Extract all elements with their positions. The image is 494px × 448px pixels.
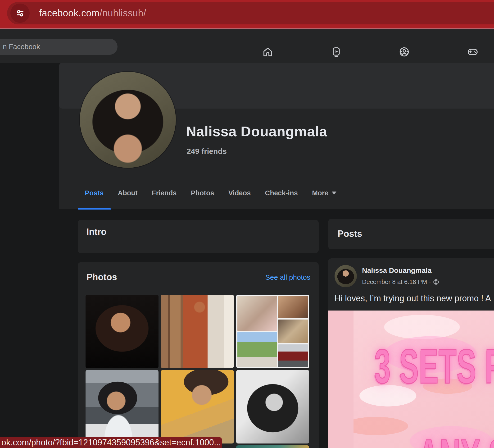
collage-car — [278, 345, 308, 367]
tab-more[interactable]: More — [305, 176, 344, 210]
photo-tile[interactable] — [236, 445, 309, 448]
photo-tile[interactable] — [161, 295, 234, 368]
intro-card: Intro — [78, 220, 319, 253]
intro-title: Intro — [86, 227, 106, 237]
page-title: Nalissa Douangmala — [186, 123, 327, 140]
photos-card: Photos See all photos — [78, 262, 319, 448]
post-text: Hi loves, I’m trying out this new promo … — [334, 294, 494, 303]
profile-avatar[interactable] — [80, 72, 176, 168]
groups-icon[interactable] — [398, 46, 410, 58]
photo-grid — [86, 295, 309, 448]
tab-friends[interactable]: Friends — [145, 176, 184, 210]
post-image-border — [328, 310, 354, 448]
promo-text-line1: 3 SETS F — [374, 342, 494, 390]
url-text[interactable]: facebook.com/nuhlissuh/ — [39, 2, 146, 25]
status-link-text: ok.com/photo/?fbid=1210974359095396&set=… — [0, 437, 221, 448]
watch-icon[interactable] — [331, 46, 342, 58]
promo-text-line2: ANY S — [418, 432, 494, 448]
posts-section-card: Posts — [328, 219, 494, 249]
tab-checkins[interactable]: Check-ins — [258, 176, 305, 210]
collage-couple — [237, 296, 277, 331]
photo-tile[interactable] — [86, 370, 159, 444]
address-field[interactable]: facebook.com/nuhlissuh/ — [7, 2, 494, 25]
gaming-icon[interactable] — [467, 46, 478, 58]
facebook-header: n Facebook — [0, 29, 494, 63]
post-author-name[interactable]: Nalissa Douangmala — [362, 267, 432, 274]
facebook-profile-page: { "browser": { "url_host": "facebook.com… — [0, 0, 494, 448]
profile-tab-bar: Posts About Friends Photos Videos Check-… — [78, 176, 494, 210]
profile-header-card: Nalissa Douangmala 249 friends Posts Abo… — [59, 63, 494, 209]
collage-sloth — [278, 320, 308, 344]
tab-about[interactable]: About — [111, 176, 145, 210]
post-author-avatar[interactable] — [334, 265, 357, 287]
photos-title: Photos — [86, 272, 117, 282]
see-all-photos-link[interactable]: See all photos — [265, 273, 310, 281]
home-icon[interactable] — [262, 46, 273, 58]
globe-icon — [433, 279, 439, 285]
browser-status-bar: ok.com/photo/?fbid=1210974359095396&set=… — [0, 437, 222, 448]
photo-tile[interactable] — [86, 295, 159, 368]
post-timestamp[interactable]: December 8 at 6:18 PM · — [362, 278, 439, 286]
photo-tile[interactable] — [236, 370, 309, 444]
friends-count[interactable]: 249 friends — [187, 147, 227, 156]
tab-photos[interactable]: Photos — [184, 176, 221, 210]
tab-videos[interactable]: Videos — [221, 176, 258, 210]
posts-section-title: Posts — [338, 229, 362, 239]
collage-cemetery — [237, 332, 277, 367]
tab-posts[interactable]: Posts — [78, 176, 111, 210]
post-image[interactable]: 3 SETS F ANY S — [328, 310, 494, 448]
browser-address-bar: facebook.com/nuhlissuh/ — [0, 0, 494, 29]
post-card: Nalissa Douangmala December 8 at 6:18 PM… — [328, 258, 494, 448]
collage-puppy — [278, 296, 308, 318]
search-text: n Facebook — [3, 43, 40, 51]
url-path: /nuhlissuh/ — [99, 8, 146, 18]
photo-tile[interactable] — [161, 370, 234, 444]
chevron-down-icon — [332, 192, 336, 194]
search-input[interactable]: n Facebook — [0, 39, 118, 55]
site-controls-icon[interactable] — [11, 3, 30, 23]
url-host: facebook.com — [39, 8, 99, 18]
photo-tile-collage[interactable] — [236, 295, 309, 368]
